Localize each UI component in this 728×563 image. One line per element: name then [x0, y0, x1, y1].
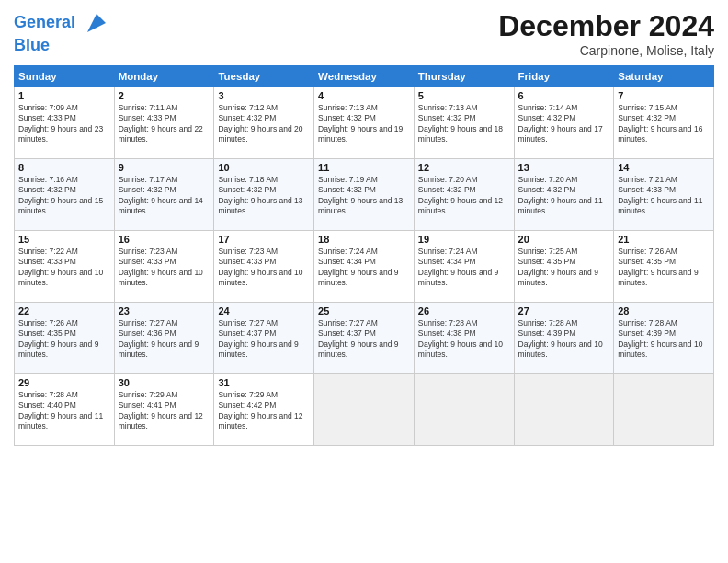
day-number: 7	[618, 90, 710, 101]
day-info: Sunrise: 7:28 AM Sunset: 4:39 PM Dayligh…	[618, 318, 710, 361]
weekday-header-friday: Friday	[514, 66, 614, 87]
day-info: Sunrise: 7:29 AM Sunset: 4:41 PM Dayligh…	[119, 390, 210, 432]
calendar-cell: 2 Sunrise: 7:11 AM Sunset: 4:33 PM Dayli…	[114, 87, 214, 159]
calendar-cell: 30 Sunrise: 7:29 AM Sunset: 4:41 PM Dayl…	[114, 374, 214, 446]
logo: General Blue	[14, 9, 110, 55]
day-info: Sunrise: 7:13 AM Sunset: 4:32 PM Dayligh…	[418, 103, 510, 145]
day-info: Sunrise: 7:27 AM Sunset: 4:36 PM Dayligh…	[119, 318, 210, 361]
day-info: Sunrise: 7:15 AM Sunset: 4:32 PM Dayligh…	[618, 103, 710, 145]
day-info: Sunrise: 7:14 AM Sunset: 4:32 PM Dayligh…	[518, 103, 610, 145]
day-number: 30	[119, 377, 210, 388]
calendar-cell: 17 Sunrise: 7:23 AM Sunset: 4:33 PM Dayl…	[214, 231, 314, 303]
day-info: Sunrise: 7:29 AM Sunset: 4:42 PM Dayligh…	[218, 390, 310, 432]
calendar-cell: 22 Sunrise: 7:26 AM Sunset: 4:35 PM Dayl…	[15, 303, 115, 374]
calendar-cell	[314, 374, 415, 446]
day-number: 22	[18, 305, 110, 316]
calendar-cell: 18 Sunrise: 7:24 AM Sunset: 4:34 PM Dayl…	[314, 231, 415, 303]
day-number: 29	[18, 377, 110, 388]
day-info: Sunrise: 7:27 AM Sunset: 4:37 PM Dayligh…	[318, 318, 410, 361]
calendar-cell: 19 Sunrise: 7:24 AM Sunset: 4:34 PM Dayl…	[414, 231, 514, 303]
day-info: Sunrise: 7:27 AM Sunset: 4:37 PM Dayligh…	[218, 318, 310, 361]
day-info: Sunrise: 7:18 AM Sunset: 4:32 PM Dayligh…	[218, 175, 310, 217]
calendar-cell: 31 Sunrise: 7:29 AM Sunset: 4:42 PM Dayl…	[214, 374, 314, 446]
weekday-header-sunday: Sunday	[15, 66, 115, 87]
header: General Blue December 2024 Carpinone, Mo…	[14, 9, 714, 58]
calendar-cell: 16 Sunrise: 7:23 AM Sunset: 4:33 PM Dayl…	[114, 231, 214, 303]
weekday-header-tuesday: Tuesday	[214, 66, 314, 87]
weekday-header-thursday: Thursday	[414, 66, 514, 87]
calendar-cell: 11 Sunrise: 7:19 AM Sunset: 4:32 PM Dayl…	[314, 159, 415, 231]
calendar-cell: 7 Sunrise: 7:15 AM Sunset: 4:32 PM Dayli…	[614, 87, 714, 159]
weekday-header-monday: Monday	[114, 66, 214, 87]
day-number: 24	[218, 305, 310, 316]
day-number: 6	[518, 90, 610, 101]
calendar-cell: 8 Sunrise: 7:16 AM Sunset: 4:32 PM Dayli…	[15, 159, 115, 231]
calendar-cell: 24 Sunrise: 7:27 AM Sunset: 4:37 PM Dayl…	[214, 303, 314, 374]
day-number: 23	[119, 305, 210, 316]
calendar-cell: 1 Sunrise: 7:09 AM Sunset: 4:33 PM Dayli…	[15, 87, 115, 159]
logo-text: General	[14, 9, 110, 37]
calendar-cell	[514, 374, 614, 446]
month-title: December 2024	[498, 9, 714, 43]
calendar-cell: 14 Sunrise: 7:21 AM Sunset: 4:33 PM Dayl…	[614, 159, 714, 231]
calendar: SundayMondayTuesdayWednesdayThursdayFrid…	[14, 65, 714, 446]
logo-icon	[83, 9, 110, 37]
day-info: Sunrise: 7:20 AM Sunset: 4:32 PM Dayligh…	[518, 175, 610, 217]
day-number: 26	[418, 305, 510, 316]
day-number: 12	[418, 162, 510, 173]
calendar-cell: 10 Sunrise: 7:18 AM Sunset: 4:32 PM Dayl…	[214, 159, 314, 231]
day-number: 2	[119, 90, 210, 101]
day-number: 28	[618, 305, 710, 316]
day-info: Sunrise: 7:24 AM Sunset: 4:34 PM Dayligh…	[318, 247, 410, 289]
day-number: 1	[18, 90, 110, 101]
day-info: Sunrise: 7:09 AM Sunset: 4:33 PM Dayligh…	[18, 103, 110, 145]
day-info: Sunrise: 7:20 AM Sunset: 4:32 PM Dayligh…	[418, 175, 510, 217]
subtitle: Carpinone, Molise, Italy	[498, 43, 714, 58]
logo-blue: Blue	[14, 37, 110, 55]
day-info: Sunrise: 7:23 AM Sunset: 4:33 PM Dayligh…	[119, 247, 210, 289]
calendar-cell: 23 Sunrise: 7:27 AM Sunset: 4:36 PM Dayl…	[114, 303, 214, 374]
calendar-cell	[614, 374, 714, 446]
day-info: Sunrise: 7:26 AM Sunset: 4:35 PM Dayligh…	[18, 318, 110, 361]
day-number: 31	[218, 377, 310, 388]
day-number: 13	[518, 162, 610, 173]
day-number: 4	[318, 90, 410, 101]
calendar-cell: 3 Sunrise: 7:12 AM Sunset: 4:32 PM Dayli…	[214, 87, 314, 159]
day-info: Sunrise: 7:13 AM Sunset: 4:32 PM Dayligh…	[318, 103, 410, 145]
day-number: 16	[119, 234, 210, 245]
calendar-cell: 5 Sunrise: 7:13 AM Sunset: 4:32 PM Dayli…	[414, 87, 514, 159]
logo-general: General	[14, 13, 75, 31]
day-number: 21	[618, 234, 710, 245]
calendar-cell: 4 Sunrise: 7:13 AM Sunset: 4:32 PM Dayli…	[314, 87, 415, 159]
calendar-cell: 25 Sunrise: 7:27 AM Sunset: 4:37 PM Dayl…	[314, 303, 415, 374]
calendar-cell: 20 Sunrise: 7:25 AM Sunset: 4:35 PM Dayl…	[514, 231, 614, 303]
calendar-cell: 26 Sunrise: 7:28 AM Sunset: 4:38 PM Dayl…	[414, 303, 514, 374]
day-number: 17	[218, 234, 310, 245]
day-info: Sunrise: 7:28 AM Sunset: 4:38 PM Dayligh…	[418, 318, 510, 361]
day-number: 11	[318, 162, 410, 173]
calendar-cell: 29 Sunrise: 7:28 AM Sunset: 4:40 PM Dayl…	[15, 374, 115, 446]
day-number: 27	[518, 305, 610, 316]
calendar-cell: 9 Sunrise: 7:17 AM Sunset: 4:32 PM Dayli…	[114, 159, 214, 231]
day-number: 3	[218, 90, 310, 101]
day-number: 20	[518, 234, 610, 245]
calendar-cell: 15 Sunrise: 7:22 AM Sunset: 4:33 PM Dayl…	[15, 231, 115, 303]
day-number: 9	[119, 162, 210, 173]
day-info: Sunrise: 7:28 AM Sunset: 4:39 PM Dayligh…	[518, 318, 610, 361]
day-number: 19	[418, 234, 510, 245]
calendar-cell: 12 Sunrise: 7:20 AM Sunset: 4:32 PM Dayl…	[414, 159, 514, 231]
calendar-cell: 6 Sunrise: 7:14 AM Sunset: 4:32 PM Dayli…	[514, 87, 614, 159]
day-info: Sunrise: 7:25 AM Sunset: 4:35 PM Dayligh…	[518, 247, 610, 289]
day-info: Sunrise: 7:16 AM Sunset: 4:32 PM Dayligh…	[18, 175, 110, 217]
svg-marker-0	[87, 14, 106, 32]
day-info: Sunrise: 7:22 AM Sunset: 4:33 PM Dayligh…	[18, 247, 110, 289]
day-number: 8	[18, 162, 110, 173]
calendar-cell: 28 Sunrise: 7:28 AM Sunset: 4:39 PM Dayl…	[614, 303, 714, 374]
title-block: December 2024 Carpinone, Molise, Italy	[498, 9, 714, 58]
day-info: Sunrise: 7:24 AM Sunset: 4:34 PM Dayligh…	[418, 247, 510, 289]
day-number: 10	[218, 162, 310, 173]
day-info: Sunrise: 7:26 AM Sunset: 4:35 PM Dayligh…	[618, 247, 710, 289]
day-info: Sunrise: 7:12 AM Sunset: 4:32 PM Dayligh…	[218, 103, 310, 145]
weekday-header-wednesday: Wednesday	[314, 66, 415, 87]
calendar-cell: 21 Sunrise: 7:26 AM Sunset: 4:35 PM Dayl…	[614, 231, 714, 303]
